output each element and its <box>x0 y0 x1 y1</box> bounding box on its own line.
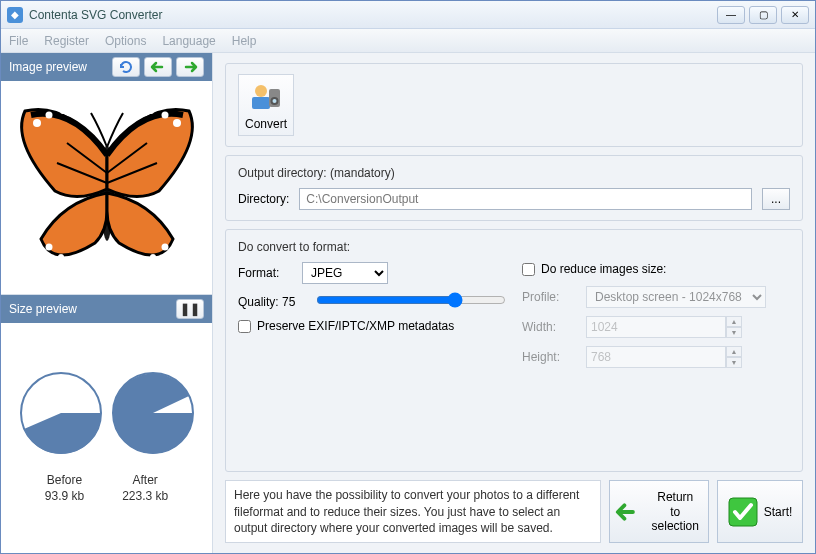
maximize-button[interactable]: ▢ <box>749 6 777 24</box>
start-label: Start! <box>764 505 793 519</box>
menu-register[interactable]: Register <box>44 34 89 48</box>
convert-label: Convert <box>243 117 289 131</box>
format-group-title: Do convert to format: <box>238 240 790 254</box>
profile-label: Profile: <box>522 290 578 304</box>
svg-point-5 <box>161 111 168 118</box>
size-preview-label: Size preview <box>9 302 77 316</box>
width-down[interactable]: ▼ <box>726 327 742 338</box>
arrow-right-icon <box>182 61 198 73</box>
quality-label: Quality: 75 <box>238 295 308 309</box>
svg-rect-14 <box>252 97 270 109</box>
image-preview <box>1 81 212 295</box>
rotate-icon <box>118 60 134 74</box>
convert-button[interactable]: Convert <box>238 74 294 136</box>
return-button[interactable]: Returnto selection <box>609 480 709 543</box>
check-icon <box>728 497 758 527</box>
app-icon: ◆ <box>7 7 23 23</box>
output-directory-title: Output directory: (mandatory) <box>238 166 790 180</box>
svg-point-13 <box>255 85 267 97</box>
height-label: Height: <box>522 350 578 364</box>
svg-point-4 <box>173 119 181 127</box>
menu-help[interactable]: Help <box>232 34 257 48</box>
before-size: 93.9 kb <box>45 489 84 505</box>
image-preview-label: Image preview <box>9 60 87 74</box>
menubar: File Register Options Language Help <box>1 29 815 53</box>
pause-icon: ❚❚ <box>180 302 200 316</box>
convert-icon <box>249 81 283 115</box>
rotate-button[interactable] <box>112 57 140 77</box>
arrow-left-icon <box>614 501 641 523</box>
size-charts: Before 93.9 kb After 223.3 kb <box>1 323 212 553</box>
svg-point-10 <box>150 254 156 260</box>
browse-button[interactable]: ... <box>762 188 790 210</box>
minimize-button[interactable]: — <box>717 6 745 24</box>
svg-point-8 <box>58 254 64 260</box>
titlebar: ◆ Contenta SVG Converter — ▢ ✕ <box>1 1 815 29</box>
menu-options[interactable]: Options <box>105 34 146 48</box>
height-up[interactable]: ▲ <box>726 346 742 357</box>
after-size: 223.3 kb <box>122 489 168 505</box>
format-select[interactable]: JPEG <box>302 262 388 284</box>
convert-group: Convert <box>225 63 803 147</box>
preserve-metadata-checkbox[interactable] <box>238 320 251 333</box>
start-button[interactable]: Start! <box>717 480 803 543</box>
svg-point-3 <box>60 108 66 114</box>
output-directory-group: Output directory: (mandatory) Directory:… <box>225 155 803 221</box>
image-preview-header: Image preview <box>1 53 212 81</box>
after-label: After <box>122 473 168 489</box>
quality-slider[interactable] <box>316 292 506 308</box>
pause-button[interactable]: ❚❚ <box>176 299 204 319</box>
window-title: Contenta SVG Converter <box>29 8 717 22</box>
reduce-size-checkbox[interactable] <box>522 263 535 276</box>
reduce-size-label: Do reduce images size: <box>541 262 666 276</box>
arrow-left-icon <box>150 61 166 73</box>
pie-before <box>19 371 103 455</box>
before-label: Before <box>45 473 84 489</box>
preserve-metadata-label: Preserve EXIF/IPTC/XMP metadatas <box>257 319 454 333</box>
pie-after <box>111 371 195 455</box>
close-button[interactable]: ✕ <box>781 6 809 24</box>
hint-text: Here you have the possibility to convert… <box>225 480 601 543</box>
svg-point-1 <box>33 119 41 127</box>
format-group: Do convert to format: Format: JPEG Quali… <box>225 229 803 472</box>
menu-file[interactable]: File <box>9 34 28 48</box>
svg-point-9 <box>161 243 168 250</box>
svg-point-2 <box>45 111 52 118</box>
svg-point-17 <box>273 99 277 103</box>
size-preview-header: Size preview ❚❚ <box>1 295 212 323</box>
width-input[interactable] <box>586 316 726 338</box>
width-up[interactable]: ▲ <box>726 316 742 327</box>
profile-select[interactable]: Desktop screen - 1024x768 <box>586 286 766 308</box>
svg-point-7 <box>45 243 52 250</box>
next-image-button[interactable] <box>176 57 204 77</box>
directory-label: Directory: <box>238 192 289 206</box>
width-label: Width: <box>522 320 578 334</box>
svg-point-6 <box>148 108 154 114</box>
directory-input[interactable] <box>299 188 752 210</box>
format-label: Format: <box>238 266 294 280</box>
menu-language[interactable]: Language <box>162 34 215 48</box>
butterfly-icon <box>7 93 207 283</box>
height-input[interactable] <box>586 346 726 368</box>
height-down[interactable]: ▼ <box>726 357 742 368</box>
prev-image-button[interactable] <box>144 57 172 77</box>
